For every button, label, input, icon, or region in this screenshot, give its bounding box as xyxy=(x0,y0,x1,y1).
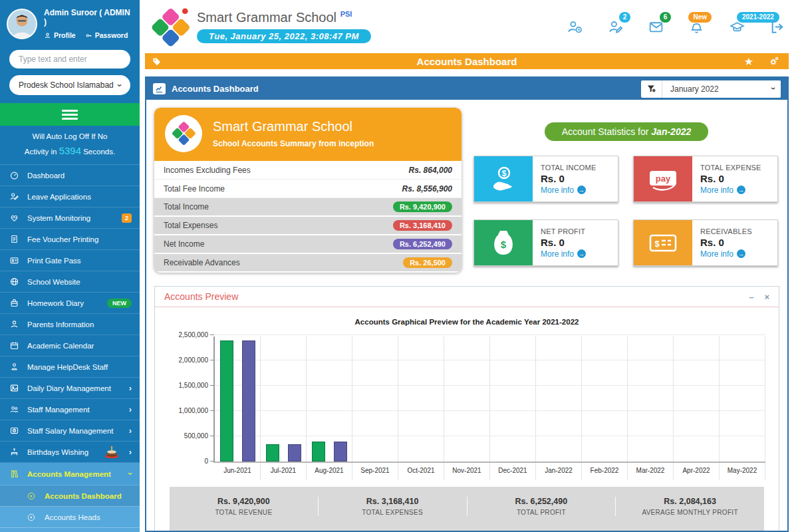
menu-badge: NEW xyxy=(107,299,132,308)
arrow-circle-icon: → xyxy=(577,186,586,194)
chart-column-sep-2021 xyxy=(352,336,398,462)
birthday-icon xyxy=(8,447,20,457)
messages-icon[interactable]: 6 xyxy=(648,19,664,35)
accounts-bar-chart: 0500,0001,000,0001,500,0002,000,0002,500… xyxy=(166,336,768,480)
x-axis-label: Sep-2021 xyxy=(352,463,398,480)
staff-icon xyxy=(8,404,20,414)
leave-applications-icon xyxy=(8,192,20,201)
chart-title: Accounts Graphical Preview for the Acade… xyxy=(166,318,768,326)
summary-logo-icon xyxy=(165,115,202,152)
sidebar-item-leave-applications[interactable]: Leave Applications xyxy=(0,186,140,207)
top-header: Smart Grammar School PSI Tue, January 25… xyxy=(140,0,798,53)
sidebar-item-accounts-dashboard[interactable]: Accounts Dashboard xyxy=(0,485,140,507)
x-axis-label: Feb-2022 xyxy=(582,463,628,480)
sidebar-item-print-gate-pass[interactable]: Print Gate Pass xyxy=(0,250,140,271)
fee-voucher-icon xyxy=(8,234,20,244)
school-suffix: PSI xyxy=(340,10,352,18)
chevron-right-icon: › xyxy=(129,447,132,457)
money-bag-icon: $ xyxy=(474,220,533,265)
user-name: Admin Suroor ( ADMIN ) xyxy=(44,8,133,27)
stat-card-receivables[interactable]: $RECEIVABLESRs. 0More info → xyxy=(633,219,778,266)
sidebar-item-academic-calendar[interactable]: Academic Calendar xyxy=(0,335,140,356)
sidebar-item-dashboard[interactable]: Dashboard xyxy=(0,165,140,186)
sidebar-item-system-monitoring[interactable]: System Monitoring2 xyxy=(0,207,140,229)
preview-title: Accounts Preview xyxy=(164,291,238,302)
search-input[interactable] xyxy=(9,50,130,68)
menu-toggle-button[interactable] xyxy=(0,103,140,126)
chart-column-jun-2021 xyxy=(215,336,261,462)
arrow-circle-icon: → xyxy=(737,249,745,258)
profile-link[interactable]: Profile xyxy=(44,31,76,39)
statistics-section: Account Statistics for Jan-2022 $TOTAL I… xyxy=(473,108,779,273)
chart-column-aug-2021 xyxy=(307,336,352,462)
chart-column-apr-2022 xyxy=(674,336,720,462)
school-select[interactable]: Prodesk School Islamabad › xyxy=(9,75,130,95)
y-axis-label: 2,000,000 xyxy=(163,356,208,364)
bar-profit-jun-2021 xyxy=(242,340,255,462)
more-info-link[interactable]: More info → xyxy=(700,186,761,195)
x-axis-label: Jan-2022 xyxy=(536,463,582,480)
stat-card-total-income[interactable]: $TOTAL INCOMERs. 0More info → xyxy=(473,156,618,202)
system-monitoring-icon xyxy=(8,213,20,223)
bar-profit-aug-2021 xyxy=(334,442,347,462)
sidebar-item-school-website[interactable]: School Website xyxy=(0,271,140,293)
month-filter: January 2022 › xyxy=(641,80,781,98)
statistics-heading: Account Statistics for Jan-2022 xyxy=(545,122,709,141)
staff-requests-icon[interactable]: 2 xyxy=(607,19,624,35)
y-axis-label: 1,500,000 xyxy=(163,382,208,389)
favorite-star-icon[interactable]: ★ xyxy=(744,55,753,68)
sidebar-item-daily-diary-management[interactable]: Daily Diary Management› xyxy=(0,378,140,399)
sidebar-item-parents-information[interactable]: Parents Information xyxy=(0,314,140,335)
page-banner: Accounts Dashboard ★ xyxy=(145,53,789,69)
sidebar-item-manage-helpdesk-staff[interactable]: Manage HelpDesk Staff xyxy=(0,356,140,378)
more-info-link[interactable]: More info → xyxy=(541,249,586,259)
settings-gears-icon[interactable] xyxy=(768,56,779,67)
sidebar-item-staff-salary-management[interactable]: Staff Salary Management› xyxy=(0,420,140,442)
stat-card-total-expense[interactable]: payTOTAL EXPENSERs. 0More info → xyxy=(633,156,778,202)
chart-column-oct-2021 xyxy=(398,336,444,462)
avatar[interactable] xyxy=(7,9,37,39)
chart-column-dec-2021 xyxy=(490,336,536,462)
summary-row-net-income: Net IncomeRs. 6,252,490 xyxy=(154,235,462,254)
total-profit: Rs. 6,252,490TOTAL PROFIT xyxy=(467,497,616,516)
sidebar-item-income-entries[interactable]: Income Entries xyxy=(0,528,140,532)
user-clock-icon[interactable] xyxy=(567,19,583,35)
sidebar-item-staff-management[interactable]: Staff Management› xyxy=(0,399,140,420)
close-icon[interactable]: × xyxy=(764,292,769,302)
sidebar-item-homework-diary[interactable]: Homework DiaryNEW xyxy=(0,293,140,314)
summary-header: Smart Grammar School School Accounts Sum… xyxy=(154,108,462,161)
sidebar-item-accounts-heads[interactable]: Accounts Heads xyxy=(0,507,140,528)
more-info-link[interactable]: More info → xyxy=(700,249,752,259)
academic-session-icon[interactable]: 2021-2022 xyxy=(729,19,745,35)
summary-title: Smart Grammar School xyxy=(213,119,374,134)
value-pill: Rs. 26,500 xyxy=(403,257,452,268)
staff-badge: 2 xyxy=(619,12,630,23)
summary-row-receivable-advances: Receivable AdvancesRs. 26,500 xyxy=(154,254,462,273)
month-select[interactable]: January 2022 xyxy=(662,80,781,98)
password-link[interactable]: Password xyxy=(85,31,128,39)
notifications-bell-icon[interactable]: New xyxy=(688,19,705,35)
sidebar-item-accounts-management[interactable]: Accounts Management› xyxy=(0,463,140,485)
sidebar-item-birthdays-wishing[interactable]: Birthdays Wishing› xyxy=(0,442,140,463)
y-axis-label: 0 xyxy=(163,458,208,465)
x-axis-label: Jun-2021 xyxy=(215,463,261,480)
totals-band: Rs. 9,420,900TOTAL REVENUE Rs. 3,168,410… xyxy=(170,487,764,531)
dashboard-panel: Accounts Dashboard January 2022 › xyxy=(145,76,789,532)
bar-profit-jul-2021 xyxy=(288,444,301,462)
parents-icon xyxy=(8,319,20,329)
bar-income-aug-2021 xyxy=(312,442,325,462)
minimize-icon[interactable]: – xyxy=(749,292,753,302)
chevron-right-icon: › xyxy=(129,383,132,393)
filter-funnel-icon[interactable] xyxy=(641,80,662,98)
sidebar-item-fee-voucher-printing[interactable]: Fee Voucher Printing xyxy=(0,229,140,250)
more-info-link[interactable]: More info → xyxy=(541,186,596,195)
logout-icon[interactable] xyxy=(769,19,786,35)
chevron-down-icon: › xyxy=(125,472,135,475)
accounts-preview-panel: Accounts Preview – × Accounts Graphical … xyxy=(154,286,779,531)
stat-card-net-profit[interactable]: $NET PROFITRs. 0More info → xyxy=(473,219,618,266)
summary-subtitle: School Accounts Summary from inception xyxy=(213,139,374,148)
chart-column-nov-2021 xyxy=(444,336,490,462)
x-axis-label: Apr-2022 xyxy=(674,463,720,480)
bar-income-jul-2021 xyxy=(266,444,279,462)
salary-icon xyxy=(8,426,20,436)
